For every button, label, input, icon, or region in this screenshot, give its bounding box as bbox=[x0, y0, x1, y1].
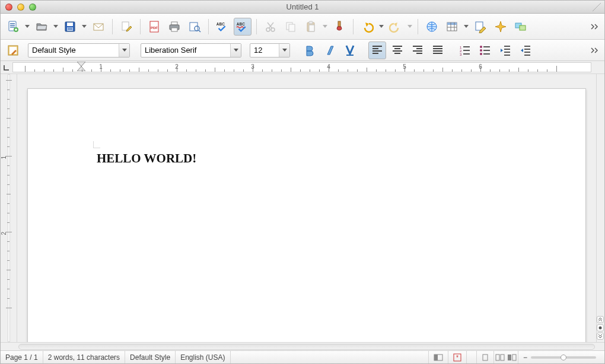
auto-spellcheck-button[interactable]: ABC bbox=[234, 18, 251, 36]
cut-button[interactable] bbox=[262, 18, 279, 36]
styles-and-formatting-button[interactable] bbox=[4, 41, 22, 59]
view-layout-multi[interactable] bbox=[494, 351, 506, 363]
copy-button[interactable] bbox=[282, 18, 300, 36]
redo-button[interactable] bbox=[387, 18, 405, 36]
vertical-ruler[interactable]: 12 bbox=[1, 74, 17, 342]
indent-marker[interactable] bbox=[77, 62, 85, 73]
svg-rect-16 bbox=[171, 28, 177, 31]
print-preview-button[interactable] bbox=[186, 18, 203, 36]
decrease-indent-button[interactable] bbox=[496, 41, 514, 59]
status-style[interactable]: Default Style bbox=[125, 351, 176, 363]
align-center-button[interactable] bbox=[389, 41, 406, 59]
edit-mode-button[interactable] bbox=[117, 18, 135, 36]
svg-rect-2 bbox=[10, 25, 15, 26]
svg-rect-33 bbox=[515, 23, 521, 28]
align-justify-button[interactable] bbox=[429, 41, 447, 59]
italic-icon bbox=[323, 43, 337, 58]
view-layout-book[interactable] bbox=[506, 351, 518, 363]
align-right-button[interactable] bbox=[409, 41, 426, 59]
paragraph-style-value: Default Style bbox=[32, 46, 76, 55]
undo-menu[interactable] bbox=[378, 18, 384, 36]
horizontal-scrollbar[interactable] bbox=[1, 342, 604, 350]
italic-button[interactable] bbox=[321, 41, 339, 59]
email-document-button[interactable] bbox=[90, 18, 107, 36]
align-left-button[interactable] bbox=[368, 41, 386, 59]
svg-point-22 bbox=[271, 28, 275, 31]
paste-icon bbox=[304, 20, 318, 34]
new-document-icon bbox=[6, 20, 20, 34]
font-name-combo[interactable]: Liberation Serif bbox=[141, 43, 241, 58]
format-paintbrush-button[interactable] bbox=[330, 18, 348, 36]
tab-origin-button[interactable] bbox=[1, 61, 12, 74]
bulleted-list-button[interactable] bbox=[476, 41, 494, 59]
print-button[interactable] bbox=[165, 18, 183, 36]
svg-rect-36 bbox=[9, 47, 17, 54]
paintbrush-icon bbox=[332, 20, 346, 34]
document-body-text[interactable]: HELLO WORLD! bbox=[97, 151, 196, 166]
insert-table-button[interactable] bbox=[443, 18, 461, 36]
svg-point-4 bbox=[14, 27, 18, 32]
status-wordcount[interactable]: 2 words, 11 characters bbox=[43, 351, 125, 363]
view-layout-single[interactable] bbox=[477, 351, 494, 363]
save-button[interactable] bbox=[61, 18, 79, 36]
status-selection-mode[interactable] bbox=[429, 351, 448, 363]
previous-page-button[interactable] bbox=[597, 316, 604, 323]
bold-button[interactable] bbox=[301, 41, 319, 59]
hyperlink-button[interactable] bbox=[423, 18, 441, 36]
status-document-modified[interactable]: * bbox=[448, 351, 467, 363]
show-draw-functions-button[interactable] bbox=[472, 18, 489, 36]
svg-rect-27 bbox=[309, 25, 314, 31]
numbered-list-icon: 123 bbox=[458, 43, 472, 58]
open-document-menu[interactable] bbox=[53, 18, 59, 36]
navigation-select-button[interactable] bbox=[597, 324, 604, 331]
status-page[interactable]: Page 1 / 1 bbox=[1, 351, 43, 363]
zoom-slider[interactable]: − bbox=[518, 351, 604, 363]
formatting-toolbar-overflow-button[interactable] bbox=[589, 41, 601, 59]
svg-rect-12 bbox=[150, 21, 158, 32]
redo-menu[interactable] bbox=[407, 18, 413, 36]
spellcheck-button[interactable]: ABC bbox=[214, 18, 231, 36]
svg-rect-5 bbox=[65, 22, 75, 31]
svg-rect-14 bbox=[171, 22, 177, 25]
zoom-out-icon: − bbox=[523, 353, 527, 362]
vertical-scrollbar[interactable] bbox=[596, 74, 604, 342]
status-language[interactable]: English (USA) bbox=[176, 351, 230, 363]
export-pdf-button[interactable]: PDF bbox=[145, 18, 163, 36]
svg-rect-45 bbox=[434, 355, 442, 360]
status-insert-mode[interactable] bbox=[231, 351, 429, 363]
gallery-button[interactable] bbox=[512, 18, 530, 36]
svg-rect-7 bbox=[67, 27, 73, 31]
paragraph-style-combo[interactable]: Default Style bbox=[28, 43, 130, 58]
save-menu[interactable] bbox=[81, 18, 87, 36]
fullscreen-icon[interactable] bbox=[593, 3, 601, 11]
toolbar-overflow-button[interactable] bbox=[589, 18, 601, 36]
new-document-menu[interactable] bbox=[24, 18, 30, 36]
svg-rect-1 bbox=[10, 23, 15, 24]
status-signature[interactable] bbox=[467, 351, 477, 363]
svg-point-41 bbox=[480, 46, 482, 48]
paste-button[interactable] bbox=[302, 18, 320, 36]
new-document-button[interactable] bbox=[4, 18, 22, 36]
font-name-value: Liberation Serif bbox=[145, 46, 196, 55]
increase-indent-button[interactable] bbox=[517, 41, 534, 59]
page-surface[interactable]: HELLO WORLD! bbox=[17, 74, 596, 342]
numbered-list-button[interactable]: 123 bbox=[456, 41, 474, 59]
open-document-button[interactable] bbox=[33, 18, 50, 36]
navigator-button[interactable] bbox=[492, 18, 510, 36]
selection-mode-icon bbox=[434, 354, 443, 361]
align-left-icon bbox=[370, 43, 384, 58]
insert-table-menu[interactable] bbox=[463, 18, 469, 36]
font-size-combo[interactable]: 12 bbox=[250, 43, 290, 58]
svg-rect-50 bbox=[496, 355, 499, 360]
underline-button[interactable] bbox=[341, 41, 359, 59]
margin-guide-icon bbox=[93, 141, 100, 148]
svg-rect-47 bbox=[454, 354, 461, 361]
copy-icon bbox=[284, 20, 298, 34]
next-page-button[interactable] bbox=[597, 333, 604, 340]
horizontal-ruler[interactable]: 123456 bbox=[1, 61, 604, 74]
page[interactable]: HELLO WORLD! bbox=[27, 88, 586, 342]
chevron-down-icon bbox=[230, 44, 241, 57]
svg-rect-51 bbox=[501, 355, 504, 360]
paste-menu[interactable] bbox=[322, 18, 328, 36]
undo-button[interactable] bbox=[358, 18, 376, 36]
